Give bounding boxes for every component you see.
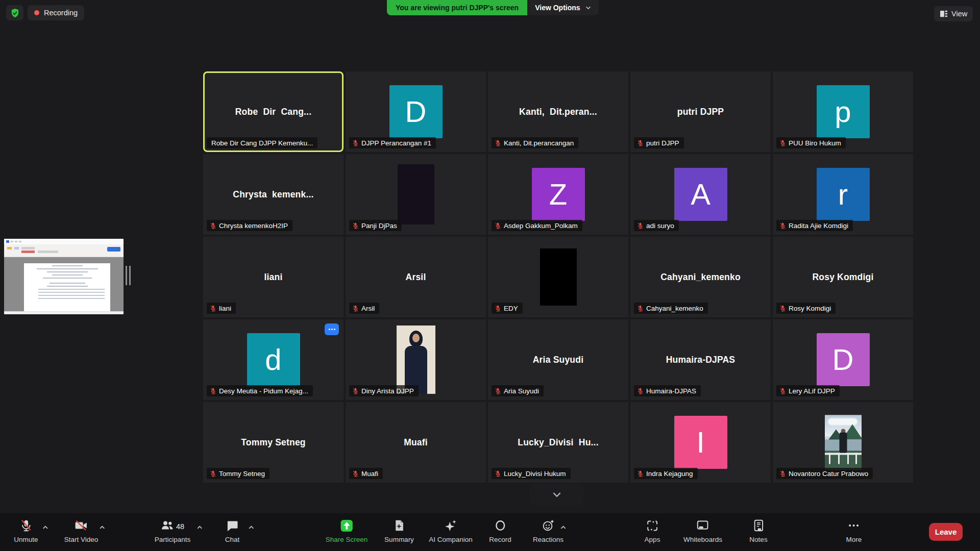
participant-name-label: Desy Meutia - Pidum Kejag... [207, 385, 313, 396]
participant-name-label: Radita Ajie Komdigi [776, 220, 853, 231]
shared-screen-thumbnail[interactable] [4, 239, 124, 314]
participant-tile[interactable]: D DJPP Perancangan #1 [346, 71, 486, 152]
chevron-up-icon[interactable] [560, 523, 566, 531]
participant-name-label: putri DJPP [634, 137, 684, 148]
participant-name-label: liani [207, 303, 236, 314]
participant-tile[interactable]: Aria Suyudi Aria Suyudi [488, 319, 628, 400]
participant-tile[interactable]: Muafi Muafi [346, 402, 486, 483]
participant-tile[interactable]: Cahyani_kemenko Cahyani_kemenko [630, 237, 771, 317]
participant-name-label: Humaira-DJPAS [634, 385, 701, 396]
mic-muted-icon [637, 470, 644, 477]
participant-label-text: Robe Dir Cang DJPP Kemenku... [211, 139, 313, 147]
leave-button[interactable]: Leave [929, 523, 963, 541]
mic-muted-icon [637, 305, 644, 312]
gallery-next-page-button[interactable] [530, 484, 583, 505]
participant-label-text: Asdep Gakkum_Polkam [504, 222, 578, 230]
whiteboards-icon [696, 519, 709, 534]
participant-photo [825, 415, 862, 470]
thumbnail-collapse-handle[interactable] [126, 266, 131, 285]
toolbar-notes-button[interactable]: Notes [749, 519, 767, 543]
participant-video [398, 164, 434, 224]
toolbar-ai-companion-button[interactable]: AI Companion [429, 519, 473, 543]
view-options-button[interactable]: View Options [527, 0, 598, 15]
mic-muted-icon [19, 519, 33, 534]
record-icon [494, 519, 507, 534]
chevron-up-icon[interactable] [197, 523, 203, 531]
participant-label-text: Radita Ajie Komdigi [789, 222, 848, 230]
participant-tile[interactable]: I Indra Kejagung [630, 402, 771, 483]
participant-label-text: Tommy Setneg [219, 470, 265, 478]
mic-muted-icon [779, 470, 786, 477]
chevron-up-icon[interactable] [249, 523, 254, 531]
participant-tile[interactable]: d Desy Meutia - Pidum Kejag... [203, 319, 344, 400]
participant-tile[interactable]: Rosy Komdigi Rosy Komdigi [773, 237, 913, 317]
document-blue-button [107, 247, 120, 252]
apps-icon [646, 519, 659, 534]
mic-muted-icon [210, 388, 216, 394]
participant-tile[interactable]: EDY [488, 237, 628, 317]
document-window-titlebar [4, 239, 124, 244]
participant-label-text: Muafi [361, 470, 378, 478]
toolbar-apps-button[interactable]: Apps [645, 519, 660, 543]
chevron-down-icon [585, 6, 591, 10]
recording-dot-icon [34, 10, 39, 15]
participant-label-text: Lucky_Divisi Hukum [504, 470, 566, 478]
mic-muted-icon [637, 388, 644, 394]
participant-tile[interactable]: Chrysta kemenk... Chrysta kemenkoH2IP [203, 154, 344, 235]
participant-label-text: Rosy Komdigi [789, 305, 831, 312]
participant-tile[interactable]: p PUU Biro Hukum [773, 71, 913, 152]
participant-tile[interactable]: Diny Arista DJPP [346, 319, 486, 400]
mic-muted-icon [637, 140, 644, 146]
participant-tile[interactable]: Robe Dir Cang... Robe Dir Cang DJPP Keme… [203, 71, 344, 152]
security-badge[interactable] [6, 5, 23, 20]
mic-muted-icon [495, 222, 501, 229]
participant-tile[interactable]: Lucky_Divisi Hu... Lucky_Divisi Hukum [488, 402, 628, 483]
toolbar-share-screen-button[interactable]: Share Screen [326, 519, 368, 543]
participant-label-text: liani [219, 305, 231, 312]
participant-tile[interactable]: Kanti, Dit.peran... Kanti, Dit.perancang… [488, 71, 628, 152]
ai-companion-icon [444, 519, 458, 534]
document-window-ribbon [4, 244, 124, 257]
toolbar-start-video-button[interactable]: Start Video [64, 519, 99, 543]
participant-tile[interactable]: Z Asdep Gakkum_Polkam [488, 154, 628, 235]
chevron-up-icon[interactable] [100, 523, 105, 531]
document-statusbar [4, 311, 124, 314]
participant-label-text: Lery ALif DJPP [789, 387, 835, 395]
toolbar-more-button[interactable]: More [846, 519, 862, 543]
mic-muted-icon [779, 140, 786, 146]
participant-tile[interactable]: Panji DjPas [346, 154, 486, 235]
mic-muted-icon [495, 305, 501, 312]
participant-tile[interactable]: Novantoro Catur Prabowo [773, 402, 913, 483]
screen-share-banner: You are viewing putri DJPP's screen View… [387, 0, 599, 15]
participant-label-text: adi suryo [646, 222, 674, 230]
document-canvas [4, 257, 124, 311]
toolbar-record-button[interactable]: Record [489, 519, 511, 543]
chevron-up-icon[interactable] [42, 523, 48, 531]
toolbar-reactions-button[interactable]: Reactions [533, 519, 564, 543]
participant-label-text: Panji DjPas [361, 222, 397, 230]
participant-tile[interactable]: Tommy Setneg Tommy Setneg [203, 402, 344, 483]
participant-tile[interactable]: liani liani [203, 237, 344, 317]
toolbar-chat-button[interactable]: Chat [225, 519, 240, 543]
mic-muted-icon [637, 222, 644, 229]
reactions-icon [542, 519, 555, 534]
toolbar-summary-button[interactable]: Summary [384, 519, 414, 543]
participant-tile[interactable]: A adi suryo [630, 154, 771, 235]
participant-tile[interactable]: r Radita Ajie Komdigi [773, 154, 913, 235]
recording-indicator[interactable]: Recording [28, 5, 84, 20]
view-button[interactable]: View [934, 6, 973, 21]
tile-more-menu-button[interactable] [325, 323, 339, 335]
toolbar-unmute-button[interactable]: Unmute [14, 519, 38, 543]
participant-avatar: p [817, 85, 870, 138]
participant-name-label: Muafi [349, 468, 383, 479]
participant-label-text: Cahyani_kemenko [646, 305, 703, 312]
participant-tile[interactable]: D Lery ALif DJPP [773, 319, 913, 400]
toolbar-whiteboards-button[interactable]: Whiteboards [683, 519, 722, 543]
mic-muted-icon [495, 470, 501, 477]
participant-avatar: A [674, 168, 727, 221]
participant-label-text: putri DJPP [646, 139, 679, 147]
participant-tile[interactable]: Arsil Arsil [346, 237, 486, 317]
participant-tile[interactable]: Humaira-DJPAS Humaira-DJPAS [630, 319, 771, 400]
toolbar-participants-button[interactable]: 48 Participants [155, 519, 191, 543]
participant-tile[interactable]: putri DJPP putri DJPP [630, 71, 771, 152]
